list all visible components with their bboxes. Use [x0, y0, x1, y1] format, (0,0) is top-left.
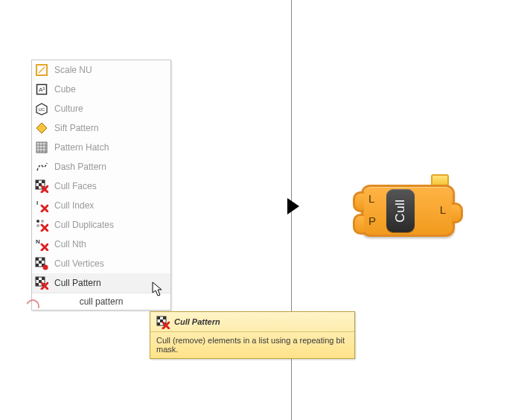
grasshopper-canvas[interactable]: Scale NU A³ Cube UC Culture Sift Pattern… [0, 0, 530, 420]
svg-rect-11 [36, 186, 39, 189]
input-label-P: P [368, 214, 376, 227]
menu-item-label: Cull Pattern [54, 278, 167, 288]
svg-point-14 [36, 220, 39, 223]
menu-item-label: Cull Duplicates [54, 220, 167, 230]
menu-item-cull-nth[interactable]: N Cull Nth [32, 235, 170, 254]
svg-rect-22 [36, 264, 39, 267]
input-port-P[interactable] [353, 214, 364, 235]
cull-vertices-icon [35, 257, 48, 270]
svg-point-16 [36, 224, 39, 227]
svg-rect-35 [157, 322, 160, 325]
svg-rect-9 [42, 180, 45, 183]
svg-rect-8 [36, 180, 39, 183]
menu-item-label: Cull Vertices [54, 258, 167, 269]
svg-rect-32 [157, 316, 160, 319]
pattern-hatch-icon [35, 141, 48, 154]
menu-item-cull-vertices[interactable]: Cull Vertices [32, 254, 170, 273]
menu-item-label: Scale NU [54, 65, 167, 75]
sift-pattern-icon [35, 121, 48, 135]
svg-text:N: N [36, 238, 40, 245]
menu-item-sift-pattern[interactable]: Sift Pattern [32, 118, 170, 138]
cull-pattern-icon [156, 316, 168, 328]
tooltip-description: Cull (remove) elements in a list using a… [150, 332, 354, 358]
menu-item-label: Pattern Hatch [54, 142, 167, 153]
menu-item-label: Dash Pattern [54, 162, 167, 172]
svg-rect-26 [36, 277, 39, 280]
svg-text:I: I [36, 200, 38, 206]
menu-item-label: Cull Index [54, 200, 167, 211]
menu-item-pattern-hatch[interactable]: Pattern Hatch [32, 138, 170, 157]
cube-icon: A³ [35, 83, 48, 96]
menu-item-label: Cube [54, 84, 167, 95]
direction-arrow-icon [287, 198, 299, 214]
cull-duplicates-icon [35, 218, 48, 232]
dash-pattern-icon [35, 160, 48, 174]
cull-index-icon: I [35, 199, 48, 212]
menu-item-label: Sift Pattern [54, 123, 167, 133]
output-port-L[interactable] [452, 203, 463, 223]
menu-item-culture[interactable]: UC Culture [32, 99, 170, 118]
tooltip-title: Cull Pattern [174, 317, 220, 326]
menu-item-scale-nu[interactable]: Scale NU [32, 60, 170, 80]
svg-rect-19 [36, 258, 39, 261]
search-row [32, 293, 170, 310]
input-port-L[interactable] [353, 191, 364, 212]
svg-rect-33 [163, 316, 166, 319]
menu-item-label: Cull Faces [54, 181, 167, 191]
input-label-L: L [368, 192, 374, 205]
menu-item-cull-pattern[interactable]: Cull Pattern [32, 273, 170, 293]
svg-marker-5 [36, 123, 47, 133]
menu-item-cube[interactable]: A³ Cube [32, 80, 170, 99]
menu-item-label: Culture [54, 104, 167, 114]
svg-text:A³: A³ [39, 86, 45, 93]
menu-item-cull-duplicates[interactable]: Cull Duplicates [32, 215, 170, 235]
component-search-input[interactable] [32, 296, 170, 308]
svg-rect-21 [39, 261, 42, 264]
cull-nth-icon: N [35, 238, 48, 251]
output-label-L: L [440, 203, 446, 216]
component-search-popup: Scale NU A³ Cube UC Culture Sift Pattern… [31, 60, 171, 311]
svg-rect-27 [42, 277, 45, 280]
menu-item-label: Cull Nth [54, 239, 167, 249]
component-name-plate: Cull [386, 189, 415, 232]
menu-item-cull-index[interactable]: I Cull Index [32, 196, 170, 215]
svg-rect-29 [36, 283, 39, 286]
menu-item-dash-pattern[interactable]: Dash Pattern [32, 157, 170, 176]
component-tooltip: Cull Pattern Cull (remove) elements in a… [150, 311, 355, 359]
cull-faces-icon [35, 179, 48, 193]
culture-icon: UC [35, 102, 48, 115]
component-name: Cull [393, 199, 408, 222]
svg-point-15 [41, 220, 44, 223]
svg-rect-20 [42, 258, 45, 261]
svg-point-24 [43, 265, 48, 270]
scale-nu-icon [35, 63, 48, 77]
menu-item-cull-faces[interactable]: Cull Faces [32, 176, 170, 196]
svg-text:UC: UC [39, 107, 45, 112]
cull-pattern-icon [35, 276, 48, 290]
cull-component-node[interactable]: L P L Cull [361, 185, 455, 237]
